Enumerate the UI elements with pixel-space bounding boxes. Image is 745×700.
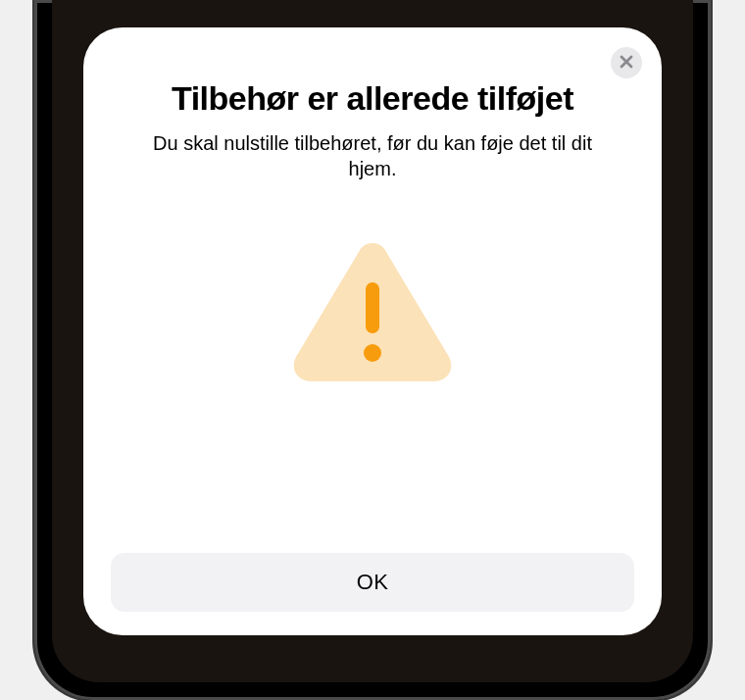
warning-triangle-icon (289, 235, 456, 382)
alert-dialog: Tilbehør er allerede tilføjet Du skal nu… (83, 27, 662, 635)
close-button[interactable] (611, 47, 642, 78)
svg-point-1 (364, 344, 381, 362)
phone-frame: Tilbehør er allerede tilføjet Du skal nu… (34, 0, 711, 700)
phone-screen: Tilbehør er allerede tilføjet Du skal nu… (52, 0, 693, 682)
dialog-subtitle: Du skal nulstille tilbehøret, før du kan… (137, 130, 608, 181)
dialog-title: Tilbehør er allerede tilføjet (172, 78, 573, 119)
ok-button[interactable]: OK (111, 553, 634, 612)
close-icon (620, 55, 633, 72)
svg-rect-0 (366, 282, 379, 333)
